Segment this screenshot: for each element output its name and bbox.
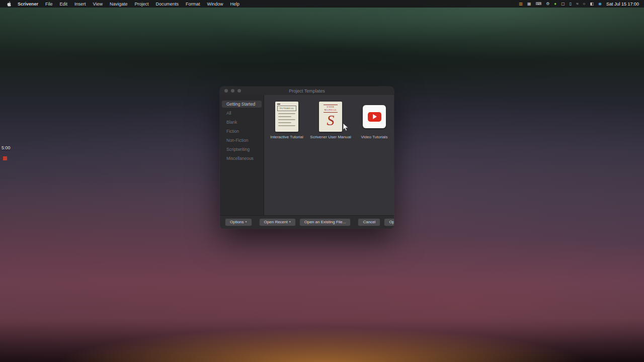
sidebar-item-scriptwriting[interactable]: Scriptwriting [222, 146, 262, 153]
open-existing-file-button[interactable]: Open an Existing File... [299, 218, 351, 226]
recording-stop-indicator[interactable] [3, 156, 7, 160]
minimize-button[interactable] [231, 89, 234, 93]
dialog-title: Project Templates [289, 88, 325, 94]
apple-icon[interactable] [5, 2, 14, 7]
menu-item-app[interactable]: Scrivener [14, 2, 42, 7]
cover-text-line [278, 113, 295, 114]
open-button[interactable]: Open [384, 218, 394, 226]
zoom-button[interactable] [237, 89, 241, 93]
open-existing-file-label: Open an Existing File... [304, 220, 346, 225]
template-video-tutorials[interactable]: Video Tutorials [360, 102, 389, 139]
open-recent-button-label: Open Recent [264, 220, 288, 225]
cover-text-line [278, 122, 291, 123]
menu-bar: Scrivener File Edit Insert View Navigate… [0, 0, 644, 8]
cover-decoration [277, 104, 280, 105]
traffic-lights [224, 89, 241, 93]
manual-cover-initial: S [320, 113, 341, 128]
sidebar-item-non-fiction[interactable]: Non-Fiction [222, 137, 262, 144]
template-grid: TUTORIAL Interactive Tutorial USER MANUA… [264, 95, 394, 215]
cancel-button[interactable]: Cancel [358, 218, 380, 226]
cover-text-line [278, 116, 291, 117]
close-button[interactable] [224, 89, 228, 93]
template-label: Scrivener User Manual [310, 135, 351, 139]
search-icon[interactable]: ○ [583, 2, 586, 6]
template-interactive-tutorial[interactable]: TUTORIAL Interactive Tutorial [272, 102, 301, 139]
dialog-titlebar[interactable]: Project Templates [220, 86, 394, 95]
template-category-sidebar: Getting Started All Blank Fiction Non-Fi… [220, 95, 264, 215]
menu-item-view[interactable]: View [90, 2, 106, 7]
sidebar-item-all[interactable]: All [222, 110, 262, 117]
options-button[interactable]: Options ▾ [225, 218, 252, 226]
manual-cover-thumbnail: USER MANUAL S [319, 102, 342, 132]
sidebar-item-getting-started[interactable]: Getting Started [222, 101, 262, 108]
menu-status-area: ▥ ▦ ⌨ ⚙ ● ▢ ▯ ≈ ○ ◧ ◉ Sat Jul 15 17:00 [519, 2, 644, 7]
sidebar-item-fiction[interactable]: Fiction [222, 128, 262, 135]
battery-icon[interactable]: ▯ [570, 2, 572, 6]
gear-icon[interactable]: ⚙ [546, 2, 549, 6]
menu-item-documents[interactable]: Documents [152, 2, 182, 7]
keyboard-icon[interactable]: ⌨ [536, 2, 542, 6]
menu-item-file[interactable]: File [42, 2, 56, 7]
siri-icon[interactable]: ◉ [598, 2, 602, 6]
menu-item-help[interactable]: Help [227, 2, 244, 7]
menu-clock[interactable]: Sat Jul 15 17:00 [606, 2, 639, 7]
open-recent-button[interactable]: Open Recent ▾ [259, 218, 296, 226]
menu-left: Scrivener File Edit Insert View Navigate… [0, 2, 243, 7]
dialog-footer: Options ▾ Open Recent ▾ Open an Existing… [220, 215, 394, 229]
dialog-body: Getting Started All Blank Fiction Non-Fi… [220, 95, 394, 215]
control-center-icon[interactable]: ◧ [590, 2, 594, 6]
open-button-label: Open [389, 220, 394, 225]
grid-icon[interactable]: ▦ [527, 2, 531, 6]
cover-text-line [278, 125, 295, 126]
tutorial-cover-thumbnail: TUTORIAL [275, 102, 298, 132]
display-icon[interactable]: ▢ [561, 2, 565, 6]
play-triangle-icon [373, 114, 377, 119]
template-label: Interactive Tutorial [270, 135, 303, 139]
video-cover-thumbnail [363, 105, 386, 128]
template-label: Video Tutorials [361, 135, 388, 139]
cover-text-line [278, 119, 295, 120]
menu-item-navigate[interactable]: Navigate [106, 2, 131, 7]
wifi-icon[interactable]: ≈ [576, 2, 578, 6]
menu-item-edit[interactable]: Edit [56, 2, 71, 7]
stats-icon[interactable]: ▥ [519, 2, 523, 6]
menu-item-project[interactable]: Project [131, 2, 152, 7]
project-templates-dialog: Project Templates Getting Started All Bl… [220, 86, 394, 229]
template-scrivener-user-manual[interactable]: USER MANUAL S Scrivener User Manual [316, 102, 345, 139]
tutorial-cover-title: TUTORIAL [277, 106, 296, 111]
menu-item-format[interactable]: Format [182, 2, 204, 7]
menu-item-insert[interactable]: Insert [71, 2, 90, 7]
menu-item-window[interactable]: Window [204, 2, 227, 7]
cancel-button-label: Cancel [363, 220, 375, 225]
chevron-down-icon: ▾ [246, 220, 247, 224]
sidebar-item-miscellaneous[interactable]: Miscellaneous [222, 155, 262, 162]
play-button-icon [368, 112, 381, 122]
app-dot-icon[interactable]: ● [554, 2, 556, 6]
chevron-down-icon: ▾ [289, 220, 291, 224]
recording-timer: 5:00 [2, 145, 11, 150]
options-button-label: Options [230, 220, 244, 225]
sidebar-item-blank[interactable]: Blank [222, 119, 262, 126]
